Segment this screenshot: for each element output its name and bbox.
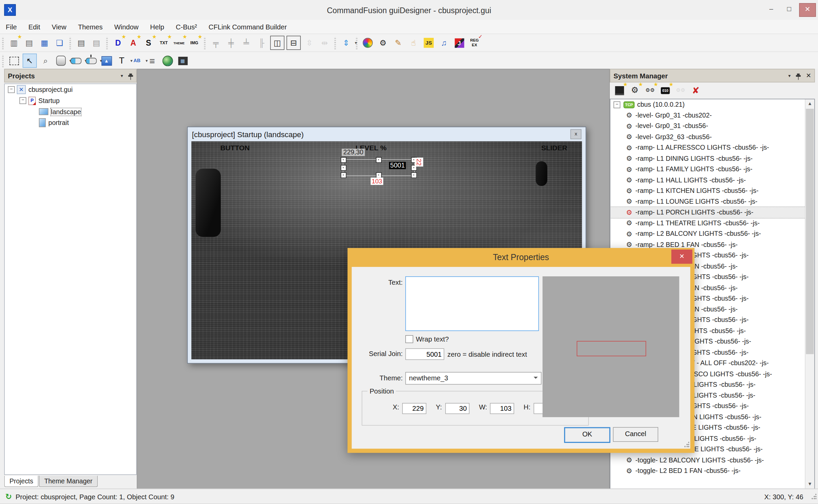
system-tree-item[interactable]: ⚙-toggle- L2 BED 1 FAN -cbus56- -js- [610, 465, 805, 476]
selection-handle[interactable] [341, 165, 346, 171]
minimize-button[interactable]: – [763, 3, 779, 16]
add-system-icon[interactable]: ★ [613, 84, 626, 97]
page-window-close-icon[interactable]: x [571, 129, 582, 140]
scrollbar-thumb[interactable] [806, 109, 814, 354]
select-move-icon[interactable]: ↖ [23, 54, 37, 68]
zoom-icon[interactable]: ⌕ [39, 54, 52, 67]
joins-icon[interactable]: J [453, 36, 466, 49]
text-input[interactable] [405, 276, 539, 331]
pin-icon[interactable] [796, 75, 801, 77]
add-binary-command-icon[interactable]: 010★ [659, 84, 672, 97]
maximize-button[interactable]: □ [781, 3, 797, 16]
save-icon[interactable]: ▦ [38, 36, 51, 49]
wrap-text-checkbox[interactable] [405, 335, 413, 343]
wizard-device-icon[interactable]: D★ [112, 36, 125, 49]
system-tree-item[interactable]: ⚙-ramp- L1 KITCHEN LIGHTS -cbus56- -js- [610, 185, 805, 196]
new-page-icon[interactable]: ▤ [75, 36, 88, 49]
tree-item-landscape[interactable]: landscape [5, 106, 136, 117]
align-middle-icon[interactable]: ╪ [224, 36, 238, 49]
panel-menu-icon[interactable]: ▾ [788, 73, 791, 78]
tab-theme-manager[interactable]: Theme Manager [39, 476, 98, 487]
selection-handle[interactable] [341, 157, 346, 163]
regex-icon[interactable]: REG EX✓ [468, 36, 481, 49]
system-tree-item[interactable]: ⚙-ramp- L1 HALL LIGHTS -cbus56- -js- [610, 175, 805, 185]
save-all-icon[interactable]: ❏ [53, 36, 66, 49]
menu-edit[interactable]: Edit [23, 21, 46, 32]
edit-tags-icon[interactable]: ✎ [392, 36, 405, 49]
javascript-icon[interactable]: JS [422, 36, 435, 49]
system-tree-item[interactable]: ⚙-level- Grp0_31 -cbus202- [610, 110, 805, 121]
wizard-action-icon[interactable]: A★ [127, 36, 140, 49]
import-page-icon[interactable]: ▤ [90, 36, 103, 49]
tree-item-startup[interactable]: −PStartup [5, 95, 136, 106]
space-across-icon[interactable]: ⇳ [303, 36, 316, 49]
new-project-icon[interactable]: ▥★ [7, 36, 21, 49]
hand-actions-icon[interactable]: ☝ [407, 36, 420, 49]
pin-icon[interactable] [128, 75, 133, 77]
wizard-system-icon[interactable]: S★ [142, 36, 155, 49]
tree-item-portrait[interactable]: portrait [5, 117, 136, 128]
selection-handle[interactable] [341, 172, 346, 178]
button-tool-icon[interactable]: ▾ [54, 54, 67, 67]
expander-icon[interactable]: − [614, 101, 620, 108]
add-commands-icon[interactable]: ⚙⚙★ [644, 84, 657, 97]
space-down-icon[interactable]: ⇹ [318, 36, 331, 49]
selection-handle[interactable] [376, 172, 382, 178]
w-input[interactable] [490, 403, 514, 414]
marquee-select-icon[interactable] [7, 54, 21, 67]
sound-icon[interactable]: ♫ [437, 36, 451, 49]
settings-gear-icon[interactable]: ⚙ [377, 36, 390, 49]
x-input[interactable] [402, 403, 427, 414]
menu-themes[interactable]: Themes [72, 21, 109, 32]
y-input[interactable] [445, 403, 470, 414]
menu-c-bus-[interactable]: C-Bus² [170, 21, 203, 32]
scroll-down-icon[interactable]: ▼ [805, 480, 814, 488]
system-tree-item[interactable]: ⚙-ramp- L1 FAMILY LIGHTS -cbus56- -js- [610, 164, 805, 175]
center-vertical-icon[interactable]: ⊟ [287, 36, 301, 50]
theme-palette-icon[interactable] [361, 36, 374, 49]
system-tree-item[interactable]: ⚙-ramp- L2 BALCONY LIGHTS -cbus56- -js- [610, 229, 805, 240]
system-tree-root[interactable]: −TCPcbus (10.0.0.21) [610, 99, 805, 110]
wizard-theme-icon[interactable]: THEME★ [172, 36, 186, 49]
add-command-icon[interactable]: ⚙★ [628, 84, 642, 97]
gears-disabled-icon[interactable]: ⚙⚙ [674, 84, 687, 97]
canvas-slider-thumb[interactable] [536, 161, 547, 186]
open-project-icon[interactable]: ▤ [23, 36, 36, 49]
center-horizontal-icon[interactable]: ◫ [270, 36, 284, 50]
system-tree-item[interactable]: ⚙-ramp- L1 PORCH LIGHTS -cbus56- -js- [610, 207, 805, 218]
align-left-icon[interactable]: ╟ [255, 36, 268, 49]
system-tree-item[interactable]: ⚙-toggle- L2 BALCONY LIGHTS -cbus56- -js… [610, 455, 805, 465]
theme-select[interactable]: newtheme_3 [405, 372, 542, 384]
window-resize-grip[interactable] [811, 494, 816, 499]
align-bottom-icon[interactable]: ╧ [240, 36, 253, 49]
menu-file[interactable]: File [0, 21, 23, 32]
serial-join-input[interactable] [405, 348, 444, 360]
slider-tool-icon[interactable]: ▾ [69, 54, 82, 67]
expander-icon[interactable]: − [8, 86, 15, 93]
close-icon[interactable]: ✕ [806, 72, 811, 79]
menu-view[interactable]: View [46, 21, 72, 32]
video-tool-icon[interactable]: ▦ [176, 54, 189, 67]
panel-menu-icon[interactable]: ▾ [121, 73, 123, 78]
scrollbar[interactable]: ▲ ▼ [805, 99, 814, 488]
input-tool-icon[interactable]: AB▾ [130, 54, 144, 67]
menu-help[interactable]: Help [144, 21, 170, 32]
tab-projects[interactable]: Projects [4, 476, 38, 487]
cancel-button[interactable]: Cancel [613, 427, 658, 442]
selection-handle[interactable] [376, 157, 382, 163]
menu-cflink-command-builder[interactable]: CFLink Command Builder [203, 21, 293, 32]
resize-tool-icon[interactable]: ⇕▾ [340, 36, 353, 49]
gauge-tool-icon[interactable]: ▾ [85, 54, 98, 67]
system-tree-item[interactable]: ⚙-level- Grp32_63 -cbus56- [610, 132, 805, 143]
system-tree-item[interactable]: ⚙-ramp- L1 LOUNGE LIGHTS -cbus56- -js- [610, 196, 805, 207]
selected-text-object[interactable]: 229,30 5001 22 103 [343, 159, 415, 176]
chevron-down-icon[interactable]: ▾ [355, 41, 357, 45]
system-tree-item[interactable]: ⚙-ramp- L1 THEATRE LIGHTS -cbus56- -js- [610, 218, 805, 229]
wizard-image-icon[interactable]: IMG★ [188, 36, 201, 49]
system-tree-item[interactable]: ⚙-ramp- L1 ALFRESSCO LIGHTS -cbus56- -js… [610, 142, 805, 153]
expander-icon[interactable]: − [20, 97, 26, 104]
page-window-titlebar[interactable]: [cbusproject] Startup (landscape) x [188, 127, 585, 141]
image-tool-icon[interactable]: ▲ [100, 54, 113, 67]
wizard-text-icon[interactable]: TXT★ [157, 36, 170, 49]
dialog-close-button[interactable]: ✕ [671, 250, 692, 264]
